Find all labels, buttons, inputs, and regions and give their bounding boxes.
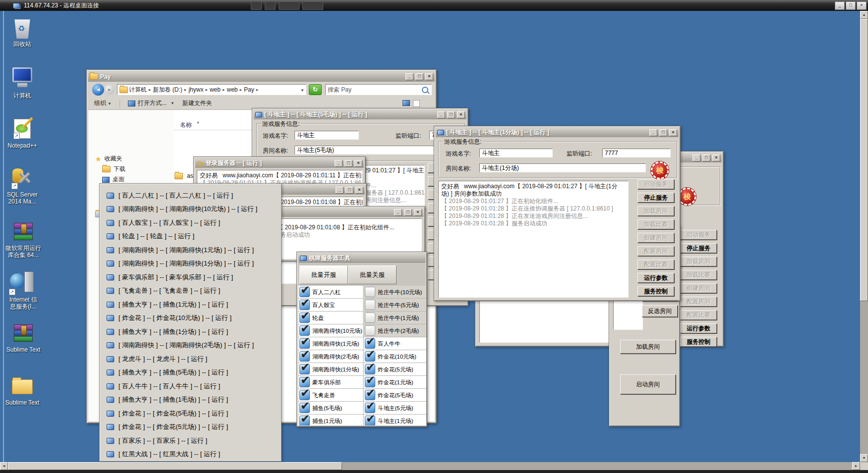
close-button[interactable]: × bbox=[425, 73, 433, 80]
room-checkbox[interactable] bbox=[365, 313, 375, 323]
server-button-3[interactable]: 加载房间 bbox=[680, 257, 717, 266]
room-checkbox[interactable]: ✔ bbox=[365, 403, 375, 413]
minimize-button[interactable]: _ bbox=[394, 209, 402, 216]
task-list-item[interactable]: [ 豪车俱乐部 ] -- [ 豪车俱乐部 ] -- [ 运行 ] bbox=[100, 270, 281, 284]
sidebar-item-downloads[interactable]: 下载 bbox=[102, 165, 125, 173]
tab-batch-close[interactable]: 批量关服 bbox=[348, 265, 397, 284]
maximize-button[interactable]: □ bbox=[659, 129, 667, 136]
room-checkbox[interactable]: ✔ bbox=[299, 403, 310, 413]
server-button-2[interactable]: 停止服务 bbox=[637, 193, 674, 203]
server-1fen-titlebar[interactable]: [ 斗地主 ] -- [ 斗地主(1分场) ] -- [ 运行 ] _ □ × bbox=[436, 128, 679, 137]
task-list-item[interactable]: [ 湖南跑得快 ] -- [ 湖南跑得快(1分场) ] -- [ 运行 ] bbox=[100, 257, 281, 271]
room-checkbox[interactable] bbox=[365, 287, 375, 297]
breadcrumb-dropdown-icon[interactable]: ▼ bbox=[300, 88, 304, 93]
task-list-item[interactable]: [ 捕鱼大亨 ] -- [ 捕鱼(1毛场) ] -- [ 运行 ] bbox=[100, 393, 281, 407]
breadcrumb-segment[interactable]: 计算机 bbox=[129, 86, 147, 94]
room-tool-button-3[interactable]: 加载房间 bbox=[620, 340, 676, 354]
help-icon[interactable] bbox=[413, 100, 420, 107]
room-checkbox[interactable]: ✔ bbox=[299, 325, 310, 336]
desktop-icon-vc-runtime[interactable] bbox=[1, 223, 46, 242]
maximize-button[interactable]: □ bbox=[702, 155, 710, 161]
window-minimize-button[interactable]: _ bbox=[835, 1, 845, 10]
scroll-left-icon[interactable]: ◄ bbox=[0, 462, 8, 470]
room-checkbox[interactable] bbox=[365, 325, 375, 336]
game-name-field[interactable]: 斗地主 bbox=[294, 131, 359, 140]
room-checkbox[interactable]: ✔ bbox=[299, 287, 310, 297]
search-icon[interactable] bbox=[422, 87, 428, 93]
server-button-4[interactable]: 加载比赛 bbox=[637, 219, 674, 229]
maximize-button[interactable]: □ bbox=[346, 187, 353, 194]
minimize-button[interactable]: _ bbox=[693, 155, 700, 161]
organize-button[interactable]: 组织▼ bbox=[94, 99, 112, 107]
breadcrumb-segment[interactable]: Pay bbox=[244, 86, 254, 93]
horizontal-scrollbar[interactable]: ◄ ► bbox=[0, 462, 860, 470]
open-with-button[interactable]: 打开方式...▼ bbox=[128, 99, 174, 107]
server-button-7[interactable]: 配置比赛 bbox=[680, 310, 717, 320]
server-button-1[interactable]: 启动服务 bbox=[637, 179, 674, 189]
desktop-icon-recycle-bin[interactable]: ♻ bbox=[0, 18, 45, 39]
minimize-button[interactable]: _ bbox=[437, 111, 445, 118]
desktop-icon-computer[interactable] bbox=[0, 67, 45, 82]
close-button[interactable]: × bbox=[414, 209, 422, 216]
task-list-item[interactable]: [ 龙虎斗 ] -- [ 龙虎斗 ] -- [ 运行 ] bbox=[100, 352, 281, 366]
sidebar-item-favorites[interactable]: ★收藏夹 bbox=[95, 155, 122, 163]
login-server-titlebar[interactable]: 登录服务器 -- [ 运行 ] _ □ × bbox=[195, 158, 364, 168]
search-box[interactable]: 搜索 Pay bbox=[325, 84, 432, 95]
maximize-button[interactable]: □ bbox=[404, 209, 412, 216]
forward-button[interactable]: ► bbox=[105, 85, 115, 95]
task-list-item[interactable]: [ 百家乐 ] -- [ 百家乐 ] -- [ 运行 ] bbox=[100, 434, 281, 448]
server-button-6[interactable]: 配置房间 bbox=[637, 246, 674, 256]
port-field[interactable]: 7777 bbox=[602, 149, 671, 158]
pin-icon[interactable] bbox=[251, 1, 262, 10]
desktop-icon-sql-server[interactable]: ↗ bbox=[0, 167, 45, 188]
room-checkbox[interactable]: ✔ bbox=[299, 377, 310, 387]
room-checkbox[interactable]: ✔ bbox=[365, 377, 375, 387]
scroll-up-icon[interactable]: ▲ bbox=[860, 11, 868, 19]
maximize-button[interactable]: □ bbox=[447, 111, 455, 118]
vertical-scroll-thumb[interactable] bbox=[860, 19, 868, 301]
task-list-item[interactable]: [ 湖南跑得快 ] -- [ 湖南跑得快(10元场) ] -- [ 运行 ] bbox=[100, 203, 281, 216]
room-checkbox[interactable] bbox=[365, 300, 375, 310]
server-button-6[interactable]: 配置房间 bbox=[680, 297, 717, 307]
breadcrumb-segment[interactable]: 新加卷 (D:) bbox=[153, 86, 182, 94]
room-tool-button-4[interactable]: 启动房间 bbox=[620, 374, 676, 394]
room-checkbox[interactable]: ✔ bbox=[299, 313, 310, 323]
server-button-5[interactable]: 创建房间 bbox=[680, 283, 717, 293]
room-tool-button-2[interactable]: 反选房间 bbox=[642, 305, 678, 317]
desktop-icon-sublime-rar[interactable] bbox=[1, 324, 46, 343]
room-checkbox[interactable]: ✔ bbox=[365, 390, 375, 400]
room-checkbox[interactable]: ✔ bbox=[299, 416, 310, 425]
batch-tool-titlebar[interactable]: 棋牌服务器工具 bbox=[298, 254, 425, 263]
task-list-item[interactable]: [ 湖南跑得快 ] -- [ 湖南跑得快(1元场) ] -- [ 运行 ] bbox=[100, 243, 281, 257]
task-list-item[interactable]: [ 百人二八杠 ] -- [ 百人二八杠 ] -- [ 运行 ] bbox=[100, 189, 281, 203]
server-button-8[interactable]: 运行参数 bbox=[680, 323, 717, 333]
room-checkbox[interactable]: ✔ bbox=[365, 416, 375, 425]
task-list-item[interactable]: [ 炸金花 ] -- [ 炸金花(5元场) ] -- [ 运行 ] bbox=[100, 420, 281, 434]
new-folder-button[interactable]: 新建文件夹 bbox=[182, 99, 212, 107]
task-list-item[interactable]: [ 炸金花 ] -- [ 炸金花(10元场) ] -- [ 运行 ] bbox=[100, 312, 281, 325]
task-list-item[interactable]: [ 红黑大战 ] -- [ 红黑大战 ] -- [ 运行 ] bbox=[100, 448, 281, 462]
desktop-icon-iis[interactable]: ↗ bbox=[0, 271, 45, 294]
refresh-button[interactable]: ↻ bbox=[309, 84, 322, 95]
back-button[interactable]: ◄ bbox=[92, 84, 104, 96]
rdp-restore-icon[interactable] bbox=[279, 1, 299, 10]
server-button-4[interactable]: 加载比赛 bbox=[680, 270, 717, 280]
room-checkbox[interactable]: ✔ bbox=[365, 364, 375, 374]
server-button-9[interactable]: 服务控制 bbox=[637, 286, 674, 296]
server-button-9[interactable]: 服务控制 bbox=[680, 337, 717, 347]
rdp-minimize-icon[interactable] bbox=[265, 1, 276, 10]
maximize-button[interactable]: □ bbox=[415, 73, 423, 80]
room-checkbox[interactable]: ✔ bbox=[299, 351, 310, 362]
server-button-3[interactable]: 加载房间 bbox=[637, 206, 674, 216]
vertical-scrollbar[interactable]: ▲ ▼ bbox=[860, 11, 868, 462]
room-checkbox[interactable]: ✔ bbox=[299, 390, 310, 400]
task-list-item[interactable]: [ 炸金花 ] -- [ 炸金花(5毛场) ] -- [ 运行 ] bbox=[100, 407, 281, 420]
desktop-icon-sublime-folder[interactable] bbox=[0, 376, 45, 394]
task-list-item[interactable]: [ 飞禽走兽 ] -- [ 飞禽走兽 ] -- [ 运行 ] bbox=[100, 284, 281, 298]
room-name-field[interactable]: 斗地主(5毛场) bbox=[294, 146, 443, 155]
room-name-field[interactable]: 斗地主(1分场) bbox=[479, 163, 646, 172]
window-maximize-button[interactable]: □ bbox=[846, 1, 856, 10]
server-button-7[interactable]: 配置比赛 bbox=[637, 260, 674, 269]
scroll-down-icon[interactable]: ▼ bbox=[860, 454, 868, 462]
breadcrumb-segment[interactable]: web bbox=[227, 86, 237, 93]
